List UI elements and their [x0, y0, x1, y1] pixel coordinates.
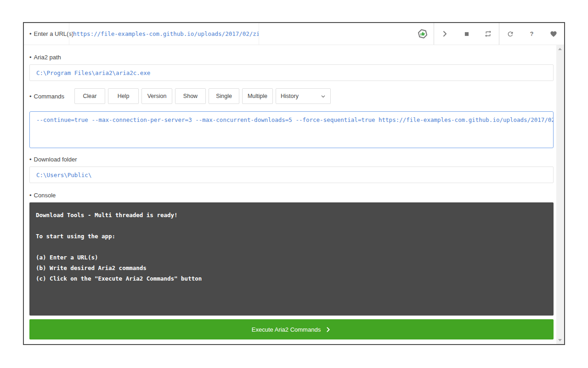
bullet: •: [29, 30, 32, 37]
console-line: To start using the app:: [36, 231, 547, 242]
stop-icon-button[interactable]: [456, 23, 477, 45]
bullet: •: [29, 93, 32, 100]
url-field-wrap: [69, 23, 259, 45]
execute-button-label: Execute Aria2 Commands: [252, 326, 321, 333]
help-icon: ?: [530, 30, 534, 37]
console-line: (a) Enter a URL(s): [36, 252, 547, 263]
clear-button[interactable]: Clear: [74, 88, 105, 104]
single-button[interactable]: Single: [209, 88, 239, 104]
vertical-scrollbar[interactable]: [556, 45, 564, 344]
stop-icon: [464, 31, 470, 37]
show-button[interactable]: Show: [175, 88, 206, 104]
chevron-down-icon: [321, 94, 326, 99]
aria2-path-input[interactable]: [29, 64, 554, 81]
bullet: •: [29, 192, 32, 199]
download-folder-label: • Download folder: [29, 155, 554, 163]
app-logo-icon: [412, 23, 434, 45]
scroll-down-arrow[interactable]: [556, 336, 564, 344]
history-select-value: History: [281, 93, 299, 99]
console-line: [36, 220, 547, 231]
run-icon-button[interactable]: [434, 23, 456, 45]
help-icon-button[interactable]: ?: [521, 23, 543, 45]
aria2-path-label-text: Aria2 path: [34, 54, 61, 61]
help-button[interactable]: Help: [108, 88, 139, 104]
chevron-right-icon: [441, 30, 448, 37]
url-toolbar: • Enter a URL(s): [24, 23, 564, 45]
refresh-icon-button[interactable]: [499, 23, 521, 45]
repeat-icon: [484, 30, 492, 38]
console-line: [36, 242, 547, 252]
console-line: (b) Write desired Aria2 commands: [36, 263, 547, 273]
favorite-icon-button[interactable]: [543, 23, 564, 45]
chevron-right-icon: [325, 327, 331, 333]
content-area: • Aria2 path • Commands Clear Help Versi…: [24, 45, 564, 344]
enter-url-label: • Enter a URL(s): [24, 23, 69, 45]
console-label-text: Console: [34, 192, 56, 199]
aria2-path-label: • Aria2 path: [29, 53, 554, 61]
scroll-up-arrow[interactable]: [556, 45, 564, 53]
commands-label-text: Commands: [34, 93, 64, 100]
console-output: Download Tools - Multi threaded is ready…: [29, 202, 554, 316]
console-line: (c) Click on the "Execute Aria2 Commands…: [36, 273, 547, 284]
url-input[interactable]: [73, 30, 259, 37]
history-select[interactable]: History: [276, 88, 331, 104]
commands-row: • Commands Clear Help Version Show Singl…: [29, 88, 554, 104]
version-button[interactable]: Version: [141, 88, 172, 104]
commands-label: • Commands: [29, 92, 74, 100]
bullet: •: [29, 54, 32, 61]
commands-textarea[interactable]: --continue=true --max-connection-per-ser…: [29, 111, 554, 148]
execute-aria2-commands-button[interactable]: Execute Aria2 Commands: [29, 319, 554, 339]
heart-icon: [550, 30, 557, 38]
toolbar-spacer: [259, 23, 412, 45]
app-window: • Enter a URL(s): [23, 22, 565, 345]
refresh-icon: [507, 30, 514, 38]
bullet: •: [29, 156, 32, 163]
multiple-button[interactable]: Multiple: [242, 88, 273, 104]
download-folder-input[interactable]: [29, 167, 554, 183]
enter-url-label-text: Enter a URL(s): [34, 30, 74, 37]
repeat-icon-button[interactable]: [477, 23, 499, 45]
download-folder-label-text: Download folder: [34, 156, 77, 163]
console-line: Download Tools - Multi threaded is ready…: [36, 210, 547, 220]
console-label: • Console: [29, 191, 554, 199]
